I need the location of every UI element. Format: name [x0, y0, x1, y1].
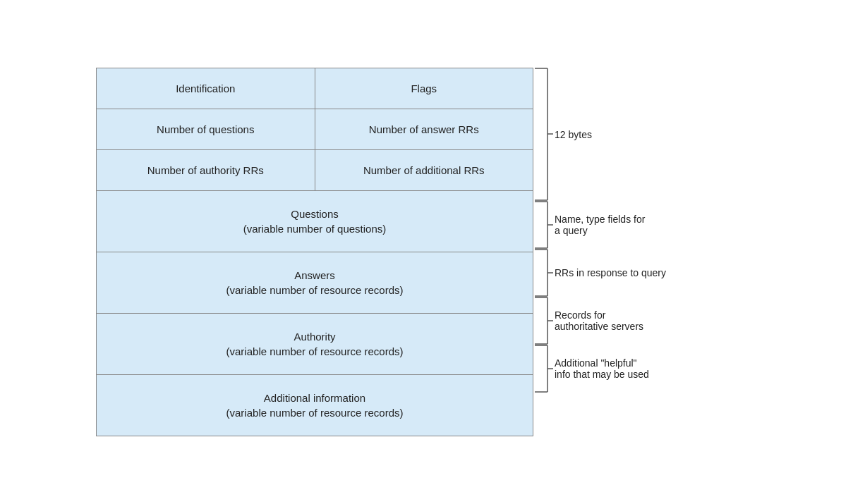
annotation-text-additional: Additional "helpful" info that may be us… — [555, 357, 649, 380]
annotation-text-authority: Records for authoritative servers — [555, 309, 643, 332]
bracket-svg-authority — [533, 297, 555, 345]
cell-identification: Identification — [97, 68, 315, 109]
annotation-text-12bytes: 12 bytes — [555, 129, 592, 140]
cell-text: Additional information (variable number … — [226, 391, 404, 420]
annotation-additional: Additional "helpful" info that may be us… — [533, 345, 745, 393]
cell-questions: Questions (variable number of questions) — [97, 191, 533, 252]
diagram-wrapper: Identification Flags Number of questions… — [96, 68, 745, 436]
annotations-area: 12 bytes Name, type fields for a query R… — [533, 68, 745, 393]
dns-table: Identification Flags Number of questions… — [96, 68, 533, 436]
annotation-questions: Name, type fields for a query — [533, 201, 745, 249]
table-row: Authority (variable number of resource r… — [97, 314, 533, 375]
table-row: Additional information (variable number … — [97, 375, 533, 436]
annotation-text-questions: Name, type fields for a query — [555, 214, 645, 236]
table-row: Identification Flags — [97, 68, 533, 109]
cell-text: Authority (variable number of resource r… — [226, 329, 404, 359]
annotation-text-answers: RRs in response to query — [555, 267, 666, 278]
table-row: Answers (variable number of resource rec… — [97, 252, 533, 314]
cell-additional: Additional information (variable number … — [97, 375, 533, 436]
cell-num-questions: Number of questions — [97, 109, 315, 149]
table-row: Number of authority RRs Number of additi… — [97, 150, 533, 191]
cell-text: Questions (variable number of questions) — [243, 207, 387, 236]
cell-text: Answers (variable number of resource rec… — [226, 268, 404, 297]
cell-text: Number of questions — [157, 122, 254, 137]
cell-answers: Answers (variable number of resource rec… — [97, 252, 533, 313]
cell-text: Flags — [411, 81, 437, 96]
bracket-svg-12bytes — [533, 68, 555, 201]
cell-flags: Flags — [315, 68, 533, 109]
table-row: Questions (variable number of questions) — [97, 191, 533, 252]
cell-authority: Authority (variable number of resource r… — [97, 314, 533, 374]
cell-text: Number of answer RRs — [369, 122, 479, 137]
annotation-answers: RRs in response to query — [533, 249, 745, 297]
annotation-authority: Records for authoritative servers — [533, 297, 745, 345]
bracket-svg-answers — [533, 249, 555, 297]
cell-text: Number of authority RRs — [147, 163, 264, 178]
cell-text: Identification — [176, 81, 235, 96]
bracket-svg-additional — [533, 345, 555, 393]
cell-num-answer-rrs: Number of answer RRs — [315, 109, 533, 149]
cell-num-additional-rrs: Number of additional RRs — [315, 150, 533, 190]
bracket-svg-questions — [533, 201, 555, 249]
annotation-12bytes: 12 bytes — [533, 68, 745, 201]
cell-num-authority-rrs: Number of authority RRs — [97, 150, 315, 190]
cell-text: Number of additional RRs — [363, 163, 485, 178]
table-row: Number of questions Number of answer RRs — [97, 109, 533, 150]
